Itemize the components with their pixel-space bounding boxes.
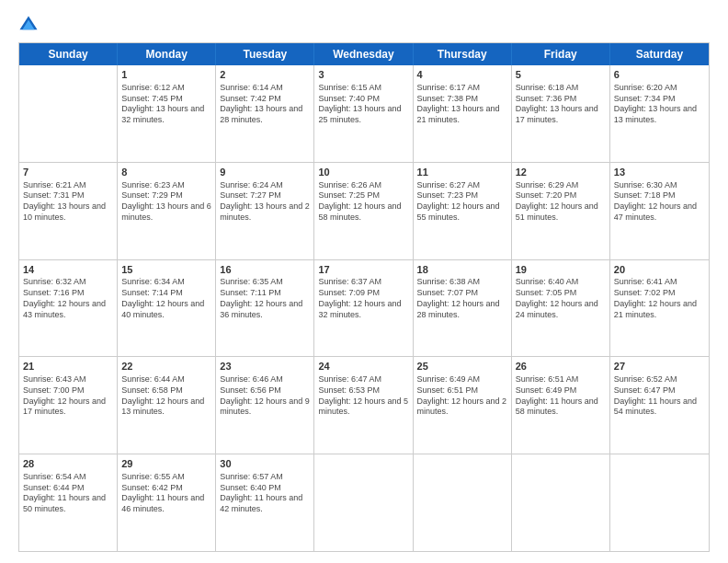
day-number: 3 xyxy=(318,68,408,82)
header-day-friday: Friday xyxy=(512,43,610,65)
day-cell-18: 18Sunrise: 6:38 AMSunset: 7:07 PMDayligh… xyxy=(414,260,512,357)
day-cell-10: 10Sunrise: 6:26 AMSunset: 7:25 PMDayligh… xyxy=(314,163,413,259)
day-cell-23: 23Sunrise: 6:46 AMSunset: 6:56 PMDayligh… xyxy=(216,357,314,454)
day-cell-15: 15Sunrise: 6:34 AMSunset: 7:14 PMDayligh… xyxy=(118,260,216,357)
week-row-1: 1Sunrise: 6:12 AMSunset: 7:45 PMDaylight… xyxy=(19,65,709,163)
day-cell-1: 1Sunrise: 6:12 AMSunset: 7:45 PMDaylight… xyxy=(118,65,216,162)
cell-info: Sunrise: 6:46 AMSunset: 6:56 PMDaylight:… xyxy=(220,374,310,418)
day-number: 5 xyxy=(516,68,606,82)
day-number: 12 xyxy=(516,166,606,179)
logo-icon xyxy=(18,15,39,35)
day-cell-30: 30Sunrise: 6:57 AMSunset: 6:40 PMDayligh… xyxy=(216,454,314,551)
calendar-header-row: SundayMondayTuesdayWednesdayThursdayFrid… xyxy=(19,43,709,65)
cell-info: Sunrise: 6:14 AMSunset: 7:42 PMDaylight:… xyxy=(220,83,310,126)
cell-info: Sunrise: 6:27 AMSunset: 7:23 PMDaylight:… xyxy=(417,180,507,224)
day-cell-24: 24Sunrise: 6:47 AMSunset: 6:53 PMDayligh… xyxy=(314,357,413,454)
week-row-5: 28Sunrise: 6:54 AMSunset: 6:44 PMDayligh… xyxy=(19,454,709,551)
day-number: 7 xyxy=(23,166,113,179)
day-cell-2: 2Sunrise: 6:14 AMSunset: 7:42 PMDaylight… xyxy=(216,65,314,162)
cell-info: Sunrise: 6:18 AMSunset: 7:36 PMDaylight:… xyxy=(516,83,606,126)
day-cell-27: 27Sunrise: 6:52 AMSunset: 6:47 PMDayligh… xyxy=(610,357,709,454)
day-cell-12: 12Sunrise: 6:29 AMSunset: 7:20 PMDayligh… xyxy=(512,163,610,259)
header-day-saturday: Saturday xyxy=(610,43,709,65)
header xyxy=(18,15,710,35)
day-number: 13 xyxy=(614,166,705,179)
day-cell-17: 17Sunrise: 6:37 AMSunset: 7:09 PMDayligh… xyxy=(314,260,413,357)
day-number: 17 xyxy=(318,263,408,277)
week-row-3: 14Sunrise: 6:32 AMSunset: 7:16 PMDayligh… xyxy=(19,260,709,358)
cell-info: Sunrise: 6:30 AMSunset: 7:18 PMDaylight:… xyxy=(614,180,705,224)
cell-info: Sunrise: 6:24 AMSunset: 7:27 PMDaylight:… xyxy=(220,180,310,224)
empty-cell xyxy=(512,454,610,551)
cell-info: Sunrise: 6:15 AMSunset: 7:40 PMDaylight:… xyxy=(318,83,408,126)
day-number: 4 xyxy=(417,68,507,82)
day-number: 19 xyxy=(516,263,606,277)
day-number: 25 xyxy=(417,360,507,373)
day-number: 14 xyxy=(23,263,113,277)
day-number: 24 xyxy=(318,360,408,373)
day-number: 23 xyxy=(220,360,310,373)
cell-info: Sunrise: 6:17 AMSunset: 7:38 PMDaylight:… xyxy=(417,83,507,126)
day-cell-26: 26Sunrise: 6:51 AMSunset: 6:49 PMDayligh… xyxy=(512,357,610,454)
day-cell-21: 21Sunrise: 6:43 AMSunset: 7:00 PMDayligh… xyxy=(19,357,118,454)
cell-info: Sunrise: 6:12 AMSunset: 7:45 PMDaylight:… xyxy=(121,83,211,126)
day-cell-29: 29Sunrise: 6:55 AMSunset: 6:42 PMDayligh… xyxy=(118,454,216,551)
day-number: 1 xyxy=(121,68,211,82)
cell-info: Sunrise: 6:41 AMSunset: 7:02 PMDaylight:… xyxy=(614,277,705,320)
day-number: 28 xyxy=(23,457,113,471)
cell-info: Sunrise: 6:40 AMSunset: 7:05 PMDaylight:… xyxy=(516,277,606,320)
cell-info: Sunrise: 6:20 AMSunset: 7:34 PMDaylight:… xyxy=(614,83,705,126)
cell-info: Sunrise: 6:51 AMSunset: 6:49 PMDaylight:… xyxy=(516,374,606,418)
cell-info: Sunrise: 6:21 AMSunset: 7:31 PMDaylight:… xyxy=(23,180,113,224)
day-number: 27 xyxy=(614,360,705,373)
day-cell-4: 4Sunrise: 6:17 AMSunset: 7:38 PMDaylight… xyxy=(414,65,512,162)
day-number: 21 xyxy=(23,360,113,373)
header-day-tuesday: Tuesday xyxy=(216,43,314,65)
logo xyxy=(18,15,42,35)
day-number: 11 xyxy=(417,166,507,179)
day-number: 20 xyxy=(614,263,705,277)
day-number: 29 xyxy=(121,457,211,471)
cell-info: Sunrise: 6:55 AMSunset: 6:42 PMDaylight:… xyxy=(121,472,211,515)
header-day-sunday: Sunday xyxy=(19,43,118,65)
empty-cell xyxy=(414,454,512,551)
cell-info: Sunrise: 6:47 AMSunset: 6:53 PMDaylight:… xyxy=(318,374,408,418)
cell-info: Sunrise: 6:29 AMSunset: 7:20 PMDaylight:… xyxy=(516,180,606,224)
calendar: SundayMondayTuesdayWednesdayThursdayFrid… xyxy=(18,42,710,552)
day-number: 18 xyxy=(417,263,507,277)
empty-cell xyxy=(314,454,413,551)
empty-cell xyxy=(610,454,709,551)
week-row-4: 21Sunrise: 6:43 AMSunset: 7:00 PMDayligh… xyxy=(19,357,709,454)
cell-info: Sunrise: 6:23 AMSunset: 7:29 PMDaylight:… xyxy=(121,180,211,224)
day-number: 30 xyxy=(220,457,310,471)
day-cell-7: 7Sunrise: 6:21 AMSunset: 7:31 PMDaylight… xyxy=(19,163,118,259)
header-day-wednesday: Wednesday xyxy=(314,43,413,65)
cell-info: Sunrise: 6:43 AMSunset: 7:00 PMDaylight:… xyxy=(23,374,113,418)
day-cell-14: 14Sunrise: 6:32 AMSunset: 7:16 PMDayligh… xyxy=(19,260,118,357)
empty-cell xyxy=(19,65,118,162)
week-row-2: 7Sunrise: 6:21 AMSunset: 7:31 PMDaylight… xyxy=(19,163,709,260)
day-number: 26 xyxy=(516,360,606,373)
day-number: 2 xyxy=(220,68,310,82)
day-cell-28: 28Sunrise: 6:54 AMSunset: 6:44 PMDayligh… xyxy=(19,454,118,551)
page: SundayMondayTuesdayWednesdayThursdayFrid… xyxy=(0,0,728,563)
cell-info: Sunrise: 6:38 AMSunset: 7:07 PMDaylight:… xyxy=(417,277,507,320)
day-cell-16: 16Sunrise: 6:35 AMSunset: 7:11 PMDayligh… xyxy=(216,260,314,357)
cell-info: Sunrise: 6:32 AMSunset: 7:16 PMDaylight:… xyxy=(23,277,113,320)
cell-info: Sunrise: 6:26 AMSunset: 7:25 PMDaylight:… xyxy=(318,180,408,224)
day-cell-8: 8Sunrise: 6:23 AMSunset: 7:29 PMDaylight… xyxy=(118,163,216,259)
day-cell-11: 11Sunrise: 6:27 AMSunset: 7:23 PMDayligh… xyxy=(414,163,512,259)
cell-info: Sunrise: 6:44 AMSunset: 6:58 PMDaylight:… xyxy=(121,374,211,418)
cell-info: Sunrise: 6:35 AMSunset: 7:11 PMDaylight:… xyxy=(220,277,310,320)
day-number: 10 xyxy=(318,166,408,179)
day-cell-5: 5Sunrise: 6:18 AMSunset: 7:36 PMDaylight… xyxy=(512,65,610,162)
cell-info: Sunrise: 6:57 AMSunset: 6:40 PMDaylight:… xyxy=(220,472,310,515)
header-day-monday: Monday xyxy=(118,43,216,65)
day-cell-13: 13Sunrise: 6:30 AMSunset: 7:18 PMDayligh… xyxy=(610,163,709,259)
day-cell-20: 20Sunrise: 6:41 AMSunset: 7:02 PMDayligh… xyxy=(610,260,709,357)
day-cell-6: 6Sunrise: 6:20 AMSunset: 7:34 PMDaylight… xyxy=(610,65,709,162)
day-cell-19: 19Sunrise: 6:40 AMSunset: 7:05 PMDayligh… xyxy=(512,260,610,357)
day-number: 6 xyxy=(614,68,705,82)
cell-info: Sunrise: 6:52 AMSunset: 6:47 PMDaylight:… xyxy=(614,374,705,418)
cell-info: Sunrise: 6:49 AMSunset: 6:51 PMDaylight:… xyxy=(417,374,507,418)
